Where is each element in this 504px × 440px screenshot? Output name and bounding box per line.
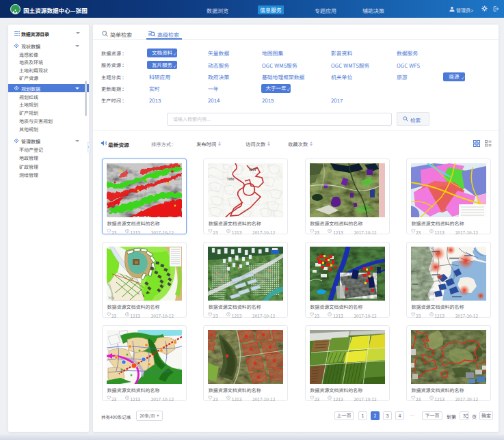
- svg-text:'h7s: 'h7s: [108, 295, 115, 300]
- svg-text:7004: 7004: [249, 167, 256, 171]
- svg-text:7060: 7060: [227, 177, 235, 181]
